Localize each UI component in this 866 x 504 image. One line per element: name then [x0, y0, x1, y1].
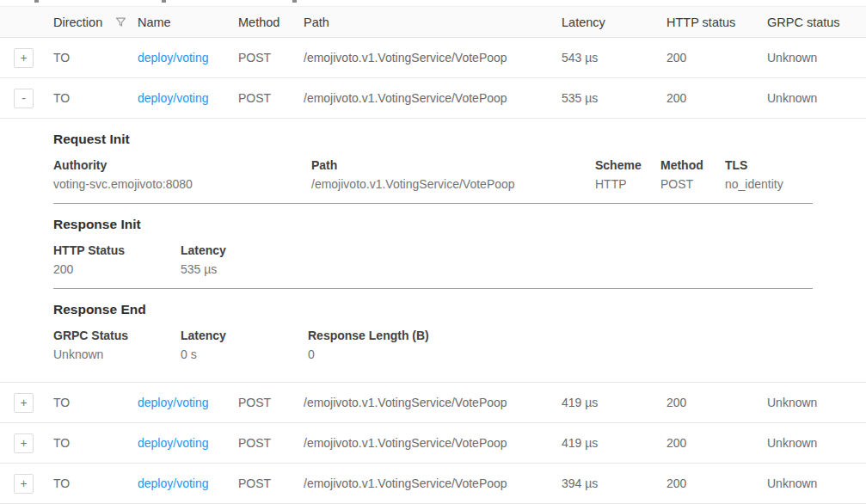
column-header-name: Name: [138, 15, 238, 29]
method-value: POST: [238, 476, 304, 490]
table-row: + TO deploy/voting POST /emojivoto.v1.Vo…: [0, 464, 866, 504]
request-init-section: Request Init Authority voting-svc.emojiv…: [53, 119, 813, 204]
method-value: POST: [238, 91, 304, 105]
resource-link[interactable]: deploy/voting: [138, 476, 209, 490]
column-header-http-status: HTTP status: [666, 15, 767, 29]
method-label: Method: [660, 158, 725, 173]
method-value: POST: [238, 396, 304, 409]
grpc-status-field: GRPC Status Unknown: [53, 329, 181, 362]
response-init-section: Response Init HTTP Status 200 Latency 53…: [53, 204, 813, 289]
grpc-status-value: Unknown: [767, 51, 866, 65]
funnel-filter-icon[interactable]: [114, 15, 127, 28]
scheme-label: Scheme: [595, 158, 660, 173]
path-value: /emojivoto.v1.VotingService/VotePoop: [304, 476, 562, 490]
resource-link[interactable]: deploy/voting: [138, 91, 209, 105]
latency-label: Latency: [181, 329, 308, 343]
request-init-title: Request Init: [53, 131, 813, 147]
path-value: /emojivoto.v1.VotingService/VotePoop: [304, 396, 562, 409]
direction-value: TO: [53, 396, 138, 409]
tls-value: no_identity: [725, 177, 813, 192]
clipped-text-mark: [162, 0, 166, 3]
resource-link[interactable]: deploy/voting: [138, 396, 209, 409]
table-row: + TO deploy/voting POST /emojivoto.v1.Vo…: [0, 423, 866, 464]
http-status-value: 200: [666, 91, 767, 105]
latency-field: Latency 0 s: [181, 329, 308, 362]
method-field: Method POST: [660, 158, 725, 192]
latency-field: Latency 535 µs: [181, 243, 813, 277]
column-header-path: Path: [304, 15, 562, 29]
response-length-label: Response Length (B): [308, 329, 813, 343]
tap-requests-page: Direction Name Method Path Latency HTTP …: [0, 0, 866, 504]
latency-value: 419 µs: [562, 396, 666, 409]
response-end-title: Response End: [53, 301, 813, 317]
grpc-status-value: Unknown: [767, 91, 866, 105]
expand-row-button[interactable]: +: [14, 433, 34, 453]
path-value: /emojivoto.v1.VotingService/VotePoop: [304, 436, 562, 450]
http-status-value: 200: [666, 51, 767, 65]
latency-value: 419 µs: [562, 436, 666, 450]
latency-value: 394 µs: [562, 476, 666, 490]
grpc-status-value: Unknown: [53, 347, 181, 362]
grpc-status-value: Unknown: [767, 396, 866, 409]
authority-value: voting-svc.emojivoto:8080: [53, 177, 311, 192]
table-row: + TO deploy/voting POST /emojivoto.v1.Vo…: [0, 38, 866, 78]
http-status-value: 200: [53, 262, 181, 277]
direction-value: TO: [53, 91, 138, 105]
column-header-grpc-status: GRPC status: [767, 15, 866, 29]
resource-link[interactable]: deploy/voting: [138, 436, 209, 450]
direction-value: TO: [53, 436, 138, 450]
path-value: /emojivoto.v1.VotingService/VotePoop: [304, 91, 562, 105]
latency-value: 535 µs: [562, 91, 666, 105]
column-header-latency: Latency: [562, 15, 666, 29]
method-value: POST: [238, 51, 304, 65]
latency-value: 543 µs: [562, 51, 666, 65]
http-status-value: 200: [666, 396, 767, 409]
table-row-expanded: - TO deploy/voting POST /emojivoto.v1.Vo…: [0, 78, 866, 119]
grpc-status-value: Unknown: [767, 476, 866, 490]
method-value: POST: [660, 177, 725, 192]
expand-row-button[interactable]: +: [14, 48, 34, 68]
table-header-row: Direction Name Method Path Latency HTTP …: [0, 6, 866, 38]
http-status-label: HTTP Status: [53, 243, 181, 258]
path-label: Path: [311, 158, 595, 173]
path-value: /emojivoto.v1.VotingService/VotePoop: [311, 177, 595, 192]
table-row: + TO deploy/voting POST /emojivoto.v1.Vo…: [0, 383, 866, 423]
tls-label: TLS: [725, 158, 813, 173]
clipped-text-mark: [292, 0, 297, 3]
http-status-field: HTTP Status 200: [53, 243, 181, 277]
response-end-section: Response End GRPC Status Unknown Latency…: [53, 289, 813, 362]
grpc-status-label: GRPC Status: [53, 329, 181, 343]
tls-field: TLS no_identity: [725, 158, 813, 192]
response-length-value: 0: [308, 347, 813, 362]
scheme-field: Scheme HTTP: [595, 158, 660, 192]
response-init-title: Response Init: [53, 216, 813, 232]
direction-value: TO: [53, 476, 138, 490]
grpc-status-value: Unknown: [767, 436, 866, 450]
latency-value: 535 µs: [181, 262, 813, 277]
latency-label: Latency: [181, 243, 813, 258]
latency-value: 0 s: [181, 347, 308, 362]
collapse-row-button[interactable]: -: [14, 89, 34, 108]
scheme-value: HTTP: [595, 177, 660, 192]
resource-link[interactable]: deploy/voting: [138, 51, 209, 65]
path-field: Path /emojivoto.v1.VotingService/VotePoo…: [311, 158, 595, 192]
expand-row-button[interactable]: +: [14, 393, 34, 413]
request-detail-panel: Request Init Authority voting-svc.emojiv…: [0, 119, 866, 383]
column-header-direction: Direction: [53, 15, 138, 29]
http-status-value: 200: [666, 476, 767, 490]
direction-header-label: Direction: [53, 15, 102, 29]
clipped-heading-remnant: [0, 0, 866, 6]
authority-field: Authority voting-svc.emojivoto:8080: [53, 158, 311, 192]
method-value: POST: [238, 436, 304, 450]
direction-value: TO: [53, 51, 138, 65]
http-status-value: 200: [666, 436, 767, 450]
clipped-text-mark: [34, 0, 39, 3]
response-length-field: Response Length (B) 0: [308, 329, 813, 362]
authority-label: Authority: [53, 158, 311, 173]
column-header-method: Method: [238, 15, 304, 29]
path-value: /emojivoto.v1.VotingService/VotePoop: [304, 51, 562, 65]
expand-row-button[interactable]: +: [14, 474, 34, 494]
